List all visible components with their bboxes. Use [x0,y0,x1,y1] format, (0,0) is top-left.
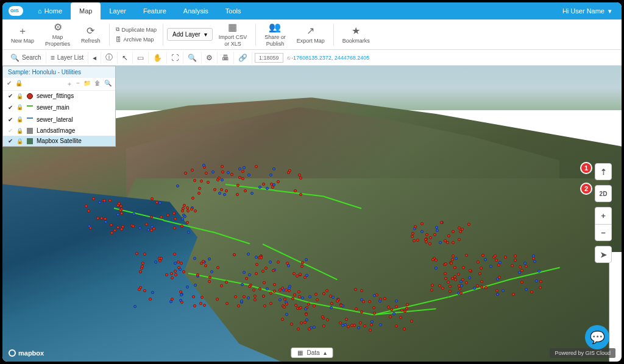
plus-icon: ＋ [18,25,27,37]
tab-home[interactable]: ⌂Home [29,2,71,19]
layer-panel-title[interactable]: Sample: Honolulu - Utilities [3,66,115,78]
info-icon: ⓘ [105,52,113,63]
extent-button[interactable]: ⛶ [167,52,183,64]
layer-item-sewer-lateral[interactable]: ✔ 🔒 sewer_lateral [3,113,115,125]
map-canvas[interactable]: Sample: Honolulu - Utilities ✔ 🔒 ＋ − 📁 🗑… [2,66,622,362]
tab-tools[interactable]: Tools [217,2,250,19]
check-icon: ✔ [8,116,13,123]
lock-icon: 🔒 [16,116,23,122]
map-properties-button[interactable]: ⚙Map Properties [40,19,75,50]
powered-by-label: Powered by GIS Cloud [550,348,615,358]
lock-icon[interactable]: 🔒 [15,80,23,88]
gear-icon: ⚙ [54,21,62,33]
locate-button[interactable]: ➤ [595,246,612,263]
print-button[interactable]: 🖶 [218,52,234,64]
tab-feature[interactable]: Feature [135,2,175,19]
top-nav: ⌂Home Map Layer Feature Analysis Tools H… [2,2,622,19]
add-layer-button[interactable]: Add Layer▾ [167,28,213,41]
mapbox-attribution[interactable]: mapbox [9,349,44,357]
table-icon: ▦ [297,349,303,356]
lock-icon: 🔒 [16,138,23,144]
separator [255,24,256,46]
import-csv-button[interactable]: ▦Import CSV or XLS [214,19,252,50]
export-button[interactable]: ↗Export Map [292,23,330,47]
zoom-out-button[interactable]: − [595,224,612,241]
tab-analysis[interactable]: Analysis [175,2,217,19]
raster-symbol-icon [27,128,33,134]
layer-list-button[interactable]: ≡Layer List [46,52,88,64]
link-button[interactable]: 🔗 [234,52,252,64]
layer-item-mapbox-satellite[interactable]: ✔ 🔒 Mapbox Satellite [3,136,115,146]
search-icon: 🔍 [10,54,20,62]
list-icon: ≡ [51,54,55,62]
layer-item-sewer-main[interactable]: ✔ 🔒 sewer_main [3,101,115,113]
logo[interactable] [2,6,29,16]
layer-panel-toolbar: ✔ 🔒 ＋ − 📁 🗑 🔍 [3,78,115,91]
chat-button[interactable]: 💬 [585,325,609,349]
pan-button[interactable]: ✋ [149,52,167,64]
annotation-2: 2 [580,183,592,195]
zoom-in-button[interactable]: + [595,207,612,224]
data-panel-toggle[interactable]: ▦ Data ▴ [291,348,333,358]
archive-map-button[interactable]: 🗄Archive Map [113,35,160,44]
check-icon: ✔ [8,138,13,144]
print-icon: 🖶 [222,54,229,62]
hand-icon: ✋ [153,54,162,62]
export-icon: ↗ [307,25,314,37]
select-rect-button[interactable]: ▭ [133,52,149,64]
chevron-down-icon: ▾ [608,7,612,15]
satellite-symbol-icon [27,138,33,144]
new-map-button[interactable]: ＋New Map [6,23,39,47]
remove-icon[interactable]: − [76,80,80,88]
map-toolbar: 🔍Search ≡Layer List ◂ ⓘ ↖ ▭ ✋ ⛶ 🔍 ⚙ 🖶 🔗 … [2,50,622,66]
zoom-button[interactable]: 🔍 [183,52,202,64]
map-controls: ⇡ 2D + − ➤ [595,163,612,263]
check-icon: ✔ [8,127,13,134]
coordinates-display[interactable]: ⎋ -17608135.2372, 2444768.2405 [287,55,370,61]
settings-button[interactable]: ⚙ [202,52,218,64]
mapbox-icon [9,349,16,357]
folder-icon[interactable]: 📁 [83,80,91,88]
search-button[interactable]: 🔍Search [6,52,46,64]
add-icon[interactable]: ＋ [66,80,73,88]
home-icon: ⌂ [38,7,42,15]
tab-layer[interactable]: Layer [101,2,135,19]
copy-icon: ⧉ [116,26,119,33]
bookmarks-button[interactable]: ★Bookmarks [338,23,375,47]
line-symbol-icon [27,105,33,111]
search-icon[interactable]: 🔍 [104,80,112,88]
separator [109,24,110,46]
scale-display[interactable]: 1:18059 [255,53,283,63]
trash-icon[interactable]: 🗑 [94,80,101,88]
refresh-button[interactable]: ⟳Refresh [76,23,105,47]
chevron-down-icon: ▾ [204,31,207,38]
separator [333,24,334,46]
chat-icon: 💬 [590,330,605,345]
check-all-icon[interactable]: ✔ [7,80,12,88]
annotation-1: 1 [580,162,592,174]
zoomin-icon: 🔍 [188,54,197,62]
link-icon: 🔗 [238,54,247,62]
info-button[interactable]: ⓘ [101,52,118,64]
separator [163,24,163,46]
layer-item-sewer-fittings[interactable]: ✔ 🔒 sewer_fittings [3,91,115,101]
prev-button[interactable]: ◂ [88,52,101,64]
layer-panel: Sample: Honolulu - Utilities ✔ 🔒 ＋ − 📁 🗑… [2,66,116,147]
duplicate-map-button[interactable]: ⧉Duplicate Map [113,25,160,34]
refresh-icon: ⟳ [87,25,94,37]
compass-button[interactable]: ⇡ [595,163,612,180]
layer-item-landsat[interactable]: ✔ 🔒 LandsatImage [3,125,115,136]
archive-icon: 🗄 [116,37,121,43]
pointer-button[interactable]: ↖ [118,52,133,64]
tab-map[interactable]: Map [71,2,101,19]
user-menu[interactable]: Hi User Name ▾ [553,7,622,15]
check-icon: ✔ [8,104,13,111]
ribbon: ＋New Map ⚙Map Properties ⟳Refresh ⧉Dupli… [2,19,622,50]
extent-icon: ⛶ [171,54,179,62]
2d-toggle-button[interactable]: 2D [595,185,612,202]
users-icon: 👥 [269,21,281,33]
check-icon: ✔ [8,93,13,99]
pointer-icon: ↖ [122,54,128,62]
share-button[interactable]: 👥Share or Publish [260,19,291,50]
point-symbol-icon [27,93,33,99]
